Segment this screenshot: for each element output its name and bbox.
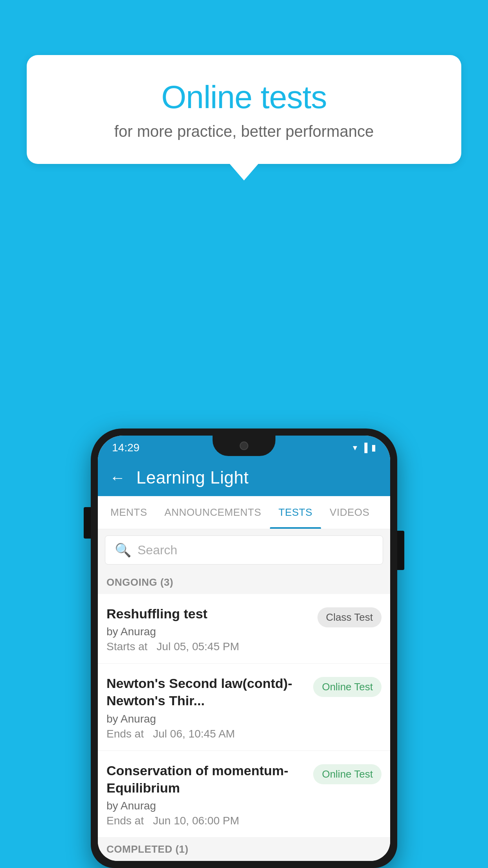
search-icon: 🔍 — [115, 542, 131, 558]
test-date-2: Ends at Jul 06, 10:45 AM — [106, 728, 306, 740]
test-list-ongoing: Reshuffling test by Anurag Starts at Jul… — [98, 594, 390, 838]
test-date-label-3: Ends at — [106, 815, 144, 827]
status-bar: 14:29 — [98, 436, 390, 460]
app-title: Learning Light — [136, 468, 249, 487]
wifi-icon — [353, 443, 357, 453]
phone-outer: 14:29 ← Learning Light MENTS ANNOUNCEMEN… — [91, 428, 397, 868]
test-author-2: by Anurag — [106, 713, 306, 725]
section-ongoing-label: ONGOING (3) — [98, 571, 390, 594]
test-date-1: Starts at Jul 05, 05:45 PM — [106, 640, 310, 653]
tab-announcements[interactable]: ANNOUNCEMENTS — [156, 496, 270, 529]
speech-bubble: Online tests for more practice, better p… — [27, 55, 461, 164]
test-author-3: by Anurag — [106, 800, 306, 812]
test-info-3: Conservation of momentum-Equilibrium by … — [106, 762, 313, 827]
test-item-1[interactable]: Reshuffling test by Anurag Starts at Jul… — [98, 594, 390, 664]
tab-bar: MENTS ANNOUNCEMENTS TESTS VIDEOS — [98, 496, 390, 529]
status-time: 14:29 — [112, 441, 139, 454]
test-title-2: Newton's Second law(contd)-Newton's Thir… — [106, 675, 306, 709]
signal-icon — [361, 443, 367, 453]
notch — [213, 436, 275, 456]
phone-wrapper: 14:29 ← Learning Light MENTS ANNOUNCEMEN… — [91, 428, 397, 868]
test-badge-3: Online Test — [313, 764, 382, 784]
test-date-label-1: Starts at — [106, 640, 147, 653]
test-author-1: by Anurag — [106, 625, 310, 638]
tab-ments[interactable]: MENTS — [102, 496, 156, 529]
test-title-1: Reshuffling test — [106, 605, 310, 622]
notch-camera — [240, 441, 248, 450]
test-item-2[interactable]: Newton's Second law(contd)-Newton's Thir… — [98, 664, 390, 750]
status-icons — [353, 443, 376, 453]
battery-icon — [371, 443, 376, 453]
search-container: 🔍 Search — [98, 529, 390, 571]
test-title-3: Conservation of momentum-Equilibrium — [106, 762, 306, 796]
app-header: ← Learning Light — [98, 460, 390, 496]
test-date-label-2: Ends at — [106, 728, 144, 740]
tab-tests[interactable]: TESTS — [270, 496, 321, 529]
search-placeholder: Search — [138, 543, 177, 557]
test-badge-2: Online Test — [313, 677, 382, 697]
back-button[interactable]: ← — [110, 470, 125, 485]
test-date-value-3: Jun 10, 06:00 PM — [153, 815, 239, 827]
test-badge-1: Class Test — [317, 607, 382, 627]
test-info-1: Reshuffling test by Anurag Starts at Jul… — [106, 605, 317, 653]
tab-videos[interactable]: VIDEOS — [321, 496, 378, 529]
bubble-title: Online tests — [58, 79, 430, 116]
test-info-2: Newton's Second law(contd)-Newton's Thir… — [106, 675, 313, 740]
test-date-3: Ends at Jun 10, 06:00 PM — [106, 815, 306, 827]
search-bar[interactable]: 🔍 Search — [105, 535, 383, 565]
test-date-value-1: Jul 05, 05:45 PM — [157, 640, 239, 653]
phone-screen: 14:29 ← Learning Light MENTS ANNOUNCEMEN… — [98, 436, 390, 861]
test-date-value-2: Jul 06, 10:45 AM — [153, 728, 235, 740]
section-completed-label: COMPLETED (1) — [98, 838, 390, 861]
speech-bubble-area: Online tests for more practice, better p… — [27, 55, 461, 164]
bubble-subtitle: for more practice, better performance — [58, 123, 430, 140]
test-item-3[interactable]: Conservation of momentum-Equilibrium by … — [98, 751, 390, 838]
